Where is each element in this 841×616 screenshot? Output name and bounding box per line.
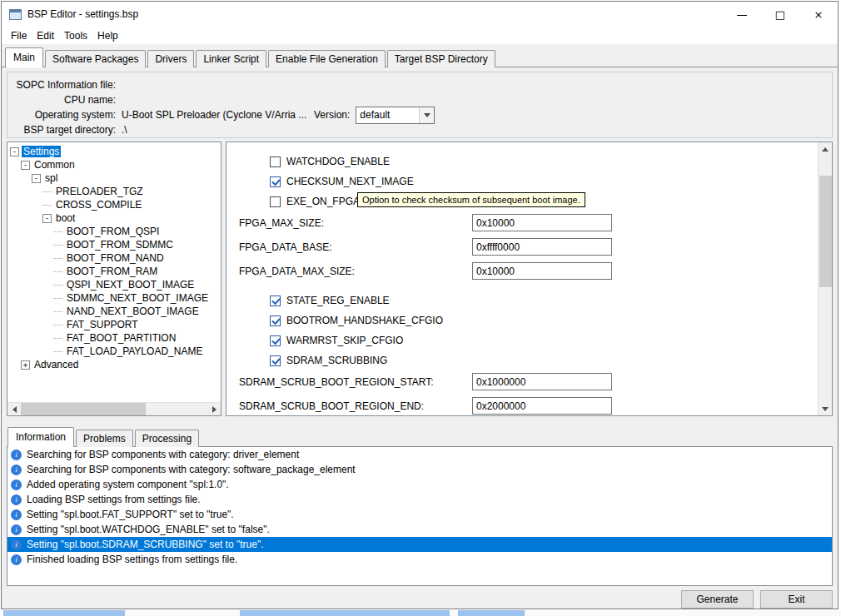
log-message-row[interactable]: Added operating system component "spl:1.… [7,477,832,492]
arrow-left-icon [12,406,17,413]
tree-item[interactable]: CROSS_COMPILE [10,198,221,211]
setting-row: SDRAM_SCRUB_BOOT_REGION_END: [226,397,832,416]
bottom-panel-tab[interactable]: Processing [135,430,199,447]
tree-expander-icon[interactable]: - [32,174,41,183]
tree-item[interactable]: FAT_LOAD_PAYLOAD_NAME [10,345,221,358]
setting-checkbox[interactable] [270,156,281,167]
main-tab[interactable]: Target BSP Directory [387,50,495,67]
setting-row: WARMRST_SKIP_CFGIO [226,333,832,353]
tree-item[interactable]: FAT_SUPPORT [10,318,221,331]
main-tab[interactable]: Software Packages [45,50,146,67]
tree-item[interactable]: QSPI_NEXT_BOOT_IMAGE [10,278,221,291]
settings-detail-panel: WATCHDOG_ENABLE CHECKSUM_NEXT_IMAGE [226,142,833,416]
tree-item[interactable]: - Settings [10,145,221,158]
main-tab[interactable]: Enable File Generation [268,50,386,67]
setting-checkbox[interactable] [270,296,281,306]
tree-indent [10,351,53,352]
info-icon [11,524,22,535]
tree-expander-icon[interactable]: - [42,214,52,223]
tree-item[interactable]: NAND_NEXT_BOOT_IMAGE [10,305,221,318]
tree-connector [53,285,62,286]
close-button[interactable]: × [799,2,838,27]
tree-expander-icon[interactable]: - [21,161,30,170]
tree-item-label: boot [54,212,77,224]
tree-item[interactable]: - spl [10,171,221,185]
scroll-right-button[interactable] [207,403,221,416]
tree-item[interactable]: BOOT_FROM_NAND [10,251,221,265]
setting-field-label: SDRAM_SCRUB_BOOT_REGION_START: [239,376,472,388]
tree-item-label: FAT_SUPPORT [65,319,140,330]
setting-value-input[interactable] [472,262,612,280]
bottom-panel-tab[interactable]: Problems [76,430,133,447]
tree-item[interactable]: BOOT_FROM_RAM [10,265,221,278]
tree-item[interactable]: FAT_BOOT_PARTITION [10,331,221,345]
setting-checkbox[interactable] [270,176,281,187]
scroll-left-button[interactable] [7,403,21,416]
tree-expander-icon[interactable]: - [10,147,19,156]
combobox-dropdown-button[interactable] [419,107,434,123]
log-message-row[interactable]: Searching for BSP components with catego… [7,462,832,477]
scrollbar-track[interactable] [21,403,207,415]
tree-item[interactable]: - Common [10,158,221,171]
setting-value-input[interactable] [472,373,612,390]
log-message-row[interactable]: Setting "spl.boot.SDRAM_SCRUBBING" set t… [7,537,832,552]
tree-item[interactable]: PRELOADER_TGZ [10,185,221,198]
menu-item[interactable]: File [6,28,32,43]
setting-value-input[interactable] [472,397,612,415]
tree-expander-icon[interactable]: + [21,360,30,370]
tree-indent [10,231,53,232]
log-message-row[interactable]: Setting "spl.boot.FAT_SUPPORT" set to "t… [7,507,832,522]
tree-item-label: FAT_LOAD_PAYLOAD_NAME [65,345,204,357]
vertical-scrollbar[interactable] [818,142,832,415]
tree-item-label: BOOT_FROM_SDMMC [65,239,175,251]
setting-checkbox-label: SDRAM_SCRUBBING [286,355,387,366]
bottom-panel-tab[interactable]: Information [7,427,74,447]
tree-indent [10,191,42,192]
tree-item-label: FAT_BOOT_PARTITION [65,332,177,344]
menu-item[interactable]: Help [92,28,123,43]
maximize-button[interactable]: □ [761,2,799,27]
log-message-row[interactable]: Searching for BSP components with catego… [7,447,832,462]
tree-item-label: BOOT_FROM_NAND [65,252,166,264]
tree-item[interactable]: + Advanced [10,358,221,371]
setting-value-input[interactable] [472,238,612,256]
sopc-information-file-label: SOPC Information file: [7,79,116,91]
tree-item[interactable]: - boot [10,211,221,225]
scrollbar-thumb[interactable] [819,176,832,287]
tree-item[interactable]: BOOT_FROM_QSPI [10,225,221,238]
version-combobox[interactable]: default [356,107,435,124]
main-tab[interactable]: Main [5,47,43,67]
minimize-button[interactable]: — [723,2,761,27]
bsp-target-directory-label: BSP target directory: [7,124,116,136]
tree-item-label: CROSS_COMPILE [54,199,143,211]
menu-item[interactable]: Tools [59,28,92,43]
main-tab[interactable]: Linker Script [196,50,266,67]
setting-checkbox[interactable] [270,355,281,366]
scrollbar-thumb[interactable] [21,403,146,415]
setting-checkbox-label: CHECKSUM_NEXT_IMAGE [286,176,414,187]
log-message-row[interactable]: Finished loading BSP settings from setti… [7,552,832,567]
version-label: Version: [314,109,350,121]
scroll-up-button[interactable] [819,142,832,156]
arrow-up-icon [822,147,829,152]
settings-tree: - Settings - Common [7,142,221,371]
setting-value-input[interactable] [472,214,612,231]
footer-button-bar: Generate Exit [2,586,838,609]
log-message-row[interactable]: Loading BSP settings from settings file. [7,492,832,507]
setting-checkbox[interactable] [270,335,281,346]
info-icon [11,554,22,565]
horizontal-scrollbar[interactable] [7,402,221,415]
scroll-down-button[interactable] [819,402,832,415]
setting-checkbox[interactable] [270,196,281,207]
setting-row: SDRAM_SCRUBBING [226,353,832,373]
log-message-row[interactable]: Setting "spl.boot.WATCHDOG_ENABLE" set t… [7,522,832,537]
tree-item[interactable]: BOOT_FROM_SDMMC [10,238,221,251]
tree-item[interactable]: SDMMC_NEXT_BOOT_IMAGE [10,291,221,305]
arrow-right-icon [212,406,216,413]
menu-item[interactable]: Edit [32,28,59,43]
main-tab[interactable]: Drivers [147,50,194,67]
setting-row: FPGA_MAX_SIZE: [226,214,832,238]
generate-button[interactable]: Generate [681,590,754,609]
setting-checkbox[interactable] [270,315,281,326]
exit-button[interactable]: Exit [760,590,833,609]
